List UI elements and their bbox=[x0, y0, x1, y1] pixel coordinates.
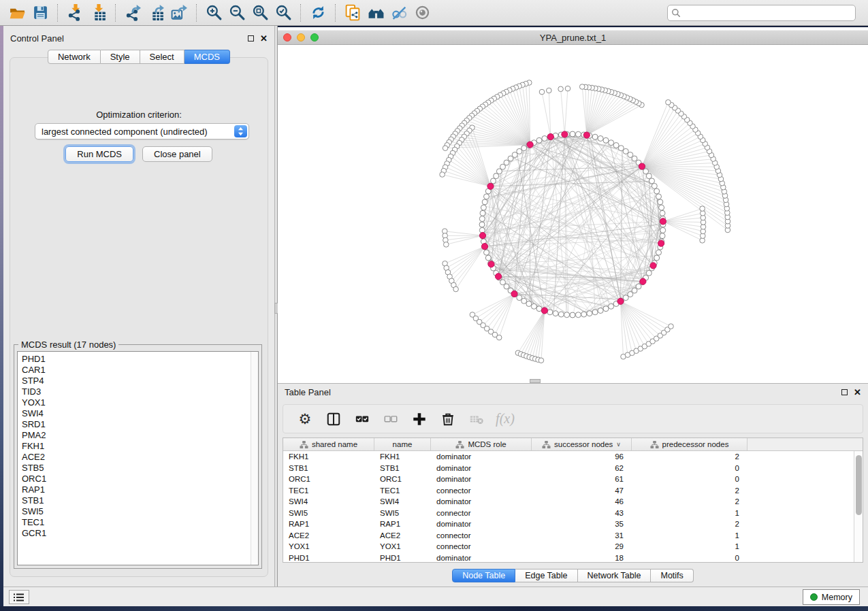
tab-style[interactable]: Style bbox=[101, 50, 140, 64]
mcds-result-item[interactable]: SWI5 bbox=[22, 506, 258, 517]
export-table-icon[interactable] bbox=[144, 3, 167, 23]
deselect-all-checks-icon[interactable] bbox=[379, 408, 403, 431]
zoom-out-icon[interactable] bbox=[225, 3, 248, 23]
column-header-MCDS-role[interactable]: MCDS role bbox=[431, 438, 532, 450]
table-row[interactable]: ORC1ORC1dominator610 bbox=[283, 474, 863, 485]
tab-motifs[interactable]: Motifs bbox=[651, 569, 693, 582]
table-panel: Table Panel ✕ ⚙f(x) shared namenameMCDS … bbox=[278, 383, 868, 587]
memory-button[interactable]: Memory bbox=[803, 589, 860, 605]
mcds-result-item[interactable]: ACE2 bbox=[22, 452, 258, 463]
cell-successors: 96 bbox=[532, 452, 632, 461]
zoom-in-icon[interactable] bbox=[202, 3, 225, 23]
memory-status-icon bbox=[810, 593, 818, 601]
cell-name: SWI4 bbox=[374, 497, 431, 506]
network-view-window: YPA_prune.txt_1 bbox=[278, 27, 868, 383]
mcds-result-item[interactable]: CAR1 bbox=[22, 365, 258, 376]
column-header-predecessor-nodes[interactable]: predecessor nodes bbox=[632, 438, 748, 450]
hide-visual-icon[interactable] bbox=[387, 3, 411, 23]
settings-gear-icon[interactable]: ⚙ bbox=[293, 408, 317, 431]
table-row[interactable]: TEC1TEC1connector472 bbox=[283, 485, 863, 497]
mcds-result-item[interactable]: FKH1 bbox=[22, 441, 258, 452]
cell-role: dominator bbox=[431, 554, 532, 562]
network-graph[interactable] bbox=[278, 46, 868, 383]
cell-name: ACE2 bbox=[374, 531, 431, 540]
zoom-selected-icon[interactable] bbox=[272, 3, 295, 23]
mcds-result-item[interactable]: STB5 bbox=[22, 463, 258, 474]
cell-shared: ACE2 bbox=[283, 531, 374, 540]
cell-predecessors: 0 bbox=[632, 475, 748, 483]
mcds-result-item[interactable]: PHD1 bbox=[22, 354, 258, 365]
table-row[interactable]: ACE2ACE2connector311 bbox=[283, 530, 863, 542]
close-panel-button[interactable]: Close panel bbox=[142, 146, 212, 162]
mcds-result-item[interactable]: RAP1 bbox=[22, 484, 258, 495]
close-table-panel-icon[interactable]: ✕ bbox=[854, 389, 861, 395]
mcds-result-item[interactable]: SRD1 bbox=[22, 419, 258, 430]
search-input[interactable] bbox=[667, 5, 856, 21]
cell-predecessors: 1 bbox=[632, 542, 748, 550]
table-row[interactable]: YOX1YOX1connector291 bbox=[283, 541, 863, 552]
float-panel-icon[interactable] bbox=[248, 35, 254, 42]
share-document-icon[interactable] bbox=[341, 3, 364, 23]
mcds-result-item[interactable]: TID3 bbox=[22, 386, 258, 397]
float-table-panel-icon[interactable] bbox=[841, 389, 848, 395]
mcds-result-item[interactable]: TEC1 bbox=[22, 517, 258, 528]
save-icon[interactable] bbox=[29, 3, 52, 23]
cell-role: connector bbox=[431, 531, 532, 540]
cell-shared: YOX1 bbox=[283, 542, 374, 550]
refresh-layout-icon[interactable] bbox=[306, 3, 329, 23]
table-row[interactable]: SWI5SWI5connector431 bbox=[283, 508, 863, 519]
cell-shared: ORC1 bbox=[283, 475, 374, 483]
tab-select[interactable]: Select bbox=[140, 50, 184, 64]
table-row[interactable]: PHD1PHD1dominator180 bbox=[283, 552, 863, 563]
mcds-result-item[interactable]: YOX1 bbox=[22, 397, 258, 408]
run-mcds-button[interactable]: Run MCDS bbox=[65, 146, 133, 162]
table-row[interactable]: FKH1FKH1dominator962 bbox=[283, 451, 863, 463]
zoom-fit-icon[interactable] bbox=[248, 3, 272, 23]
import-table-icon[interactable] bbox=[86, 3, 110, 23]
table-scrollbar[interactable] bbox=[854, 451, 863, 562]
cell-name: ORC1 bbox=[374, 475, 431, 483]
mcds-result-list[interactable]: PHD1CAR1STP4TID3YOX1SWI4SRD1PMA2FKH1ACE2… bbox=[17, 351, 259, 565]
table-row[interactable]: RAP1RAP1dominator352 bbox=[283, 518, 863, 530]
delete-column-icon[interactable] bbox=[436, 408, 460, 431]
mcds-result-item[interactable]: SWI4 bbox=[22, 408, 258, 419]
cell-name: YOX1 bbox=[374, 542, 431, 550]
tab-edge-table[interactable]: Edge Table bbox=[515, 569, 577, 582]
add-column-icon[interactable] bbox=[407, 408, 432, 431]
toolbar-separator bbox=[115, 4, 116, 22]
column-header-shared-name[interactable]: shared name bbox=[283, 438, 374, 450]
mcds-list-scrollbar[interactable] bbox=[251, 352, 258, 565]
import-network-icon[interactable] bbox=[63, 3, 86, 23]
close-panel-icon[interactable]: ✕ bbox=[260, 35, 268, 42]
export-image-icon[interactable] bbox=[167, 3, 191, 23]
column-header-name[interactable]: name bbox=[374, 438, 431, 450]
table-scrollbar-thumb[interactable] bbox=[856, 455, 862, 515]
cell-predecessors: 2 bbox=[632, 486, 748, 495]
tab-network[interactable]: Network bbox=[48, 50, 101, 64]
export-network-icon[interactable] bbox=[121, 3, 144, 23]
search-box bbox=[667, 5, 856, 21]
mcds-result-item[interactable]: STP4 bbox=[22, 376, 258, 386]
task-history-button[interactable] bbox=[9, 590, 29, 604]
select-all-checks-icon[interactable] bbox=[350, 408, 374, 431]
tab-node-table[interactable]: Node Table bbox=[452, 569, 515, 582]
mcds-result-item[interactable]: PMA2 bbox=[22, 430, 258, 441]
tab-network-table[interactable]: Network Table bbox=[578, 569, 652, 582]
table-row[interactable]: STB1STB1dominator620 bbox=[283, 463, 863, 474]
column-header-successor-nodes[interactable]: successor nodes∨ bbox=[532, 438, 632, 450]
cell-successors: 61 bbox=[532, 475, 632, 483]
mcds-result-item[interactable]: STB1 bbox=[22, 495, 258, 506]
show-visual-icon[interactable] bbox=[411, 3, 434, 23]
open-file-icon[interactable] bbox=[5, 3, 29, 23]
tab-mcds[interactable]: MCDS bbox=[184, 50, 230, 64]
mcds-result-item[interactable]: ORC1 bbox=[22, 474, 258, 484]
network-canvas[interactable] bbox=[278, 46, 868, 383]
table-row[interactable]: SWI4SWI4dominator462 bbox=[283, 496, 863, 508]
toolbar-separator bbox=[57, 4, 58, 22]
network-search-icon[interactable] bbox=[364, 3, 387, 23]
control-panel-title: Control Panel bbox=[10, 33, 64, 44]
mcds-result-item[interactable]: GCR1 bbox=[22, 528, 258, 539]
show-columns-icon[interactable] bbox=[321, 408, 346, 431]
optimization-criterion-select[interactable]: largest connected component (undirected) bbox=[35, 123, 249, 139]
network-window-titlebar[interactable]: YPA_prune.txt_1 bbox=[278, 30, 868, 45]
